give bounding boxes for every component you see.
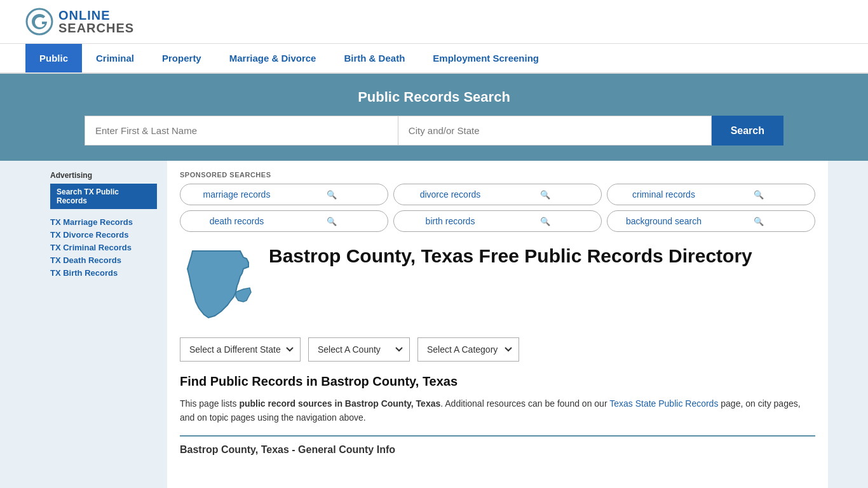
state-dropdown[interactable]: Select a Different State (180, 337, 301, 362)
main-container: Advertising Search TX Public Records TX … (40, 161, 828, 488)
sidebar-ad-button[interactable]: Search TX Public Records (50, 184, 157, 209)
sponsored-item-label: death records (189, 216, 284, 226)
nav-item-employment[interactable]: Employment Screening (419, 44, 553, 72)
county-section: Bastrop County, Texas Free Public Record… (180, 245, 815, 327)
dropdown-row: Select a Different State Select A County… (180, 337, 815, 362)
county-title: Bastrop County, Texas Free Public Record… (269, 245, 752, 268)
nav-item-criminal[interactable]: Criminal (82, 44, 148, 72)
main-nav: Public Criminal Property Marriage & Divo… (0, 44, 868, 74)
county-dropdown[interactable]: Select A County (308, 337, 410, 362)
sidebar-links: TX Marriage Records TX Divorce Records T… (50, 217, 157, 278)
logo-online-text: ONLINE (58, 9, 134, 22)
sponsored-item-label: criminal records (616, 189, 711, 200)
find-desc-mid: . Additional resources can be found on o… (440, 398, 609, 409)
sponsored-item-marriage[interactable]: marriage records 🔍 (180, 184, 388, 205)
sidebar-link-criminal[interactable]: TX Criminal Records (50, 243, 132, 252)
search-banner: Public Records Search Search (0, 74, 868, 161)
find-records-title: Find Public Records in Bastrop County, T… (180, 374, 815, 389)
sponsored-item-birth[interactable]: birth records 🔍 (393, 210, 602, 232)
nav-item-property[interactable]: Property (148, 44, 215, 72)
sidebar-link-marriage[interactable]: TX Marriage Records (50, 217, 133, 227)
find-desc-start: This page lists (180, 398, 239, 409)
general-info-title: Bastrop County, Texas - General County I… (180, 444, 815, 456)
sponsored-item-label: marriage records (189, 189, 284, 200)
county-title-area: Bastrop County, Texas Free Public Record… (269, 245, 752, 268)
sidebar-link-birth[interactable]: TX Birth Records (50, 268, 118, 278)
svg-point-0 (27, 9, 52, 34)
sponsored-item-label: background search (616, 216, 711, 226)
advertising-label: Advertising (50, 171, 157, 180)
location-input[interactable] (398, 116, 712, 146)
sponsored-item-label: birth records (403, 216, 498, 226)
search-form: Search (85, 116, 783, 146)
main-content: SPONSORED SEARCHES marriage records 🔍 di… (167, 161, 828, 488)
nav-item-birth-death[interactable]: Birth & Death (330, 44, 419, 72)
search-icon: 🔍 (498, 190, 592, 200)
sponsored-item-background[interactable]: background search 🔍 (607, 210, 815, 232)
sidebar: Advertising Search TX Public Records TX … (40, 161, 167, 488)
list-item: TX Marriage Records (50, 217, 157, 227)
list-item: TX Criminal Records (50, 242, 157, 252)
header: ONLINE SEARCHES (0, 0, 868, 44)
sponsored-label: SPONSORED SEARCHES (180, 171, 815, 179)
sponsored-grid: marriage records 🔍 divorce records 🔍 cri… (180, 184, 815, 232)
sponsored-item-death[interactable]: death records 🔍 (180, 210, 388, 232)
search-icon: 🔍 (711, 217, 806, 226)
list-item: TX Death Records (50, 255, 157, 265)
nav-item-marriage-divorce[interactable]: Marriage & Divorce (215, 44, 330, 72)
search-banner-title: Public Records Search (25, 89, 843, 105)
name-input[interactable] (85, 116, 398, 146)
find-desc-bold: public record sources in Bastrop County,… (239, 398, 440, 409)
logo-searches-text: SEARCHES (58, 22, 134, 34)
find-records-description: This page lists public record sources in… (180, 396, 815, 425)
section-divider (180, 435, 815, 437)
list-item: TX Birth Records (50, 268, 157, 278)
logo: ONLINE SEARCHES (25, 8, 134, 36)
search-button[interactable]: Search (712, 116, 783, 146)
search-icon: 🔍 (498, 217, 592, 226)
sidebar-link-divorce[interactable]: TX Divorce Records (50, 230, 129, 240)
search-icon: 🔍 (711, 190, 806, 200)
list-item: TX Divorce Records (50, 229, 157, 240)
sponsored-item-label: divorce records (403, 189, 498, 200)
search-icon: 🔍 (284, 217, 379, 226)
nav-item-public[interactable]: Public (25, 44, 82, 72)
sponsored-item-divorce[interactable]: divorce records 🔍 (393, 184, 602, 205)
logo-icon (25, 8, 53, 36)
sidebar-link-death[interactable]: TX Death Records (50, 255, 121, 265)
texas-map-icon (180, 245, 256, 327)
category-dropdown[interactable]: Select A Category (417, 337, 519, 362)
texas-state-link[interactable]: Texas State Public Records (609, 398, 718, 409)
sponsored-item-criminal[interactable]: criminal records 🔍 (607, 184, 815, 205)
search-icon: 🔍 (284, 190, 379, 200)
logo-text: ONLINE SEARCHES (58, 9, 134, 34)
